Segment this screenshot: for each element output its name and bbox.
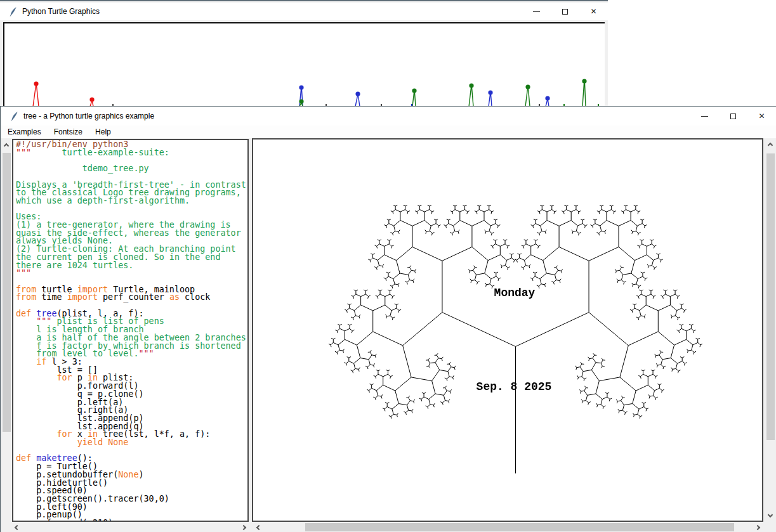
code-vscroll-thumb[interactable] bbox=[3, 153, 11, 432]
scroll-right-icon[interactable] bbox=[241, 524, 246, 529]
scroll-up-icon[interactable] bbox=[768, 143, 773, 148]
canvas-vscroll-thumb[interactable] bbox=[766, 153, 775, 440]
scroll-right-icon[interactable] bbox=[755, 525, 760, 530]
code-line: """ turtle-example-suite: bbox=[16, 149, 247, 157]
tk-feather-icon bbox=[10, 112, 18, 121]
canvas-horizontal-scrollbar[interactable] bbox=[252, 522, 765, 532]
code-line: yield None bbox=[16, 439, 247, 447]
maximize-icon bbox=[730, 114, 736, 119]
fg-maximize-button[interactable] bbox=[719, 107, 747, 126]
background-window: Python Turtle Graphics ✕ bbox=[0, 0, 608, 106]
code-vertical-scrollbar[interactable] bbox=[1, 139, 12, 532]
canvas-hscroll-thumb[interactable] bbox=[305, 523, 734, 531]
scrollbar-corner bbox=[765, 522, 776, 532]
scroll-left-icon[interactable] bbox=[256, 525, 261, 530]
fg-close-button[interactable]: ✕ bbox=[747, 107, 776, 126]
scroll-up-icon[interactable] bbox=[4, 143, 9, 148]
scroll-left-icon[interactable] bbox=[15, 524, 20, 529]
code-pane[interactable]: #!/usr/bin/env python3""" turtle-example… bbox=[12, 139, 249, 522]
fg-titlebar[interactable]: tree - a Python turtle graphics example … bbox=[1, 107, 776, 126]
canvas-vertical-scrollbar[interactable] bbox=[765, 138, 776, 522]
code-line: from time import perf_counter as clock bbox=[16, 294, 247, 302]
tree-demo-window: tree - a Python turtle graphics example … bbox=[0, 106, 776, 532]
fg-minimize-button[interactable] bbox=[690, 107, 719, 126]
code-line: there are 1024 turtles. bbox=[16, 262, 247, 270]
code-horizontal-scrollbar[interactable] bbox=[12, 522, 249, 532]
scroll-down-icon[interactable] bbox=[768, 512, 773, 517]
menu-fontsize[interactable]: Fontsize bbox=[48, 126, 89, 138]
code-line bbox=[16, 205, 247, 214]
menu-help[interactable]: Help bbox=[89, 126, 117, 138]
minimize-icon bbox=[701, 116, 708, 117]
close-icon: ✕ bbox=[758, 112, 765, 120]
menu-bar: Examples Fontsize Help bbox=[1, 126, 776, 138]
code-line: which use a depth-first-algorithm. bbox=[16, 197, 247, 205]
code-line: """ bbox=[16, 269, 247, 278]
code-line: tdemo_tree.py bbox=[16, 165, 247, 173]
turtle-canvas-frame bbox=[252, 138, 763, 522]
bg-turtle-drawing bbox=[0, 1, 608, 107]
fg-window-title: tree - a Python turtle graphics example bbox=[23, 112, 154, 120]
turtle-canvas bbox=[253, 139, 762, 521]
menu-examples[interactable]: Examples bbox=[1, 126, 48, 138]
